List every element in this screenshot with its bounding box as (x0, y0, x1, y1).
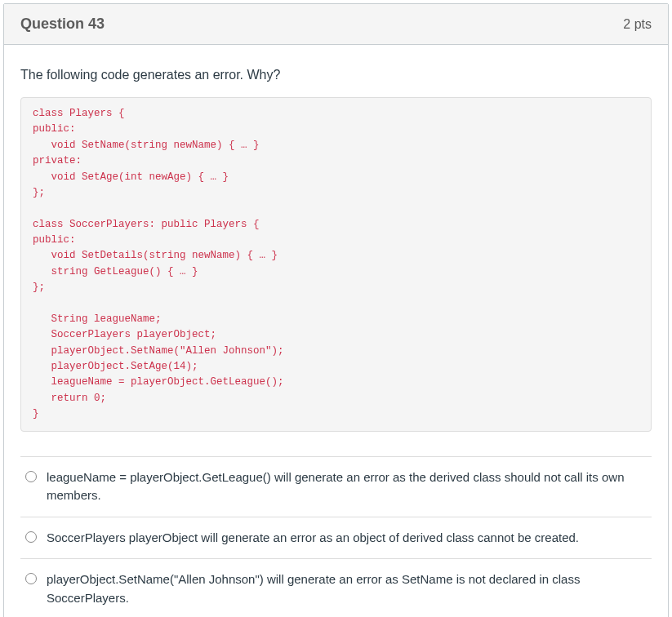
answer-option[interactable]: leagueName = playerObject.GetLeague() wi… (20, 456, 652, 517)
question-title: Question 43 (20, 16, 105, 33)
question-card: Question 43 2 pts The following code gen… (3, 3, 669, 617)
code-block: class Players { public: void SetName(str… (20, 97, 652, 432)
answer-option[interactable]: playerObject.SetName("Allen Johnson") wi… (20, 558, 652, 617)
radio-icon[interactable] (25, 573, 37, 584)
question-body: The following code generates an error. W… (4, 45, 668, 617)
answer-options: leagueName = playerObject.GetLeague() wi… (20, 456, 652, 618)
radio-icon[interactable] (25, 531, 37, 543)
option-text: leagueName = playerObject.GetLeague() wi… (47, 468, 647, 505)
question-prompt: The following code generates an error. W… (20, 68, 652, 82)
option-text: playerObject.SetName("Allen Johnson") wi… (47, 570, 647, 607)
radio-icon[interactable] (25, 471, 37, 482)
answer-option[interactable]: SoccerPlayers playerObject will generate… (20, 517, 652, 559)
question-points: 2 pts (623, 17, 652, 32)
question-header: Question 43 2 pts (4, 4, 668, 45)
option-text: SoccerPlayers playerObject will generate… (47, 529, 647, 548)
